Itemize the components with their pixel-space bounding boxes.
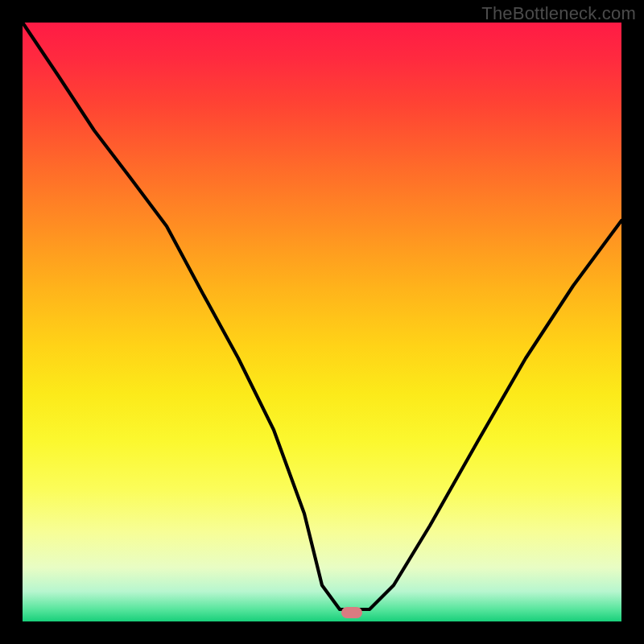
bottleneck-curve bbox=[23, 23, 621, 621]
watermark-text: TheBottleneck.com bbox=[481, 3, 636, 24]
curve-path bbox=[23, 23, 621, 609]
chart-frame: TheBottleneck.com bbox=[0, 0, 644, 644]
optimum-marker bbox=[341, 607, 362, 618]
plot-area bbox=[23, 23, 621, 621]
